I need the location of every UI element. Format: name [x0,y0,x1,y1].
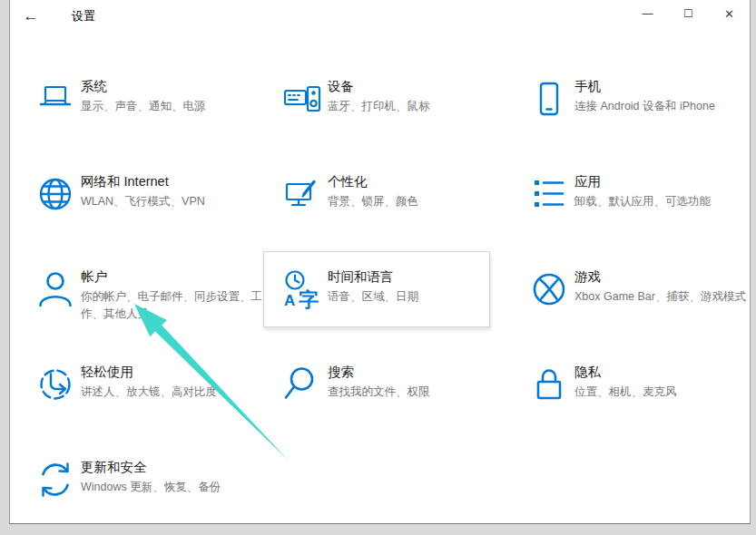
brush-monitor-icon [282,174,322,214]
tile-subtitle: WLAN、飞行模式、VPN [81,193,270,210]
person-icon [35,269,75,309]
tile-subtitle: Xbox Game Bar、捕获、游戏模式 [574,288,756,306]
tile-title: 帐户 [81,268,270,286]
tile-title: 隐私 [574,363,756,381]
tile-subtitle: 位置、相机、麦克风 [574,384,756,401]
lock-icon [529,365,569,404]
tile-title: 手机 [574,77,756,95]
devices-icon [282,79,322,119]
tile-subtitle: 背景、锁屏、颜色 [328,193,516,210]
tile-title: 游戏 [574,268,756,286]
tile-personalization[interactable]: 个性化 背景、锁屏、颜色 [270,161,516,257]
tile-accounts[interactable]: 帐户 你的帐户、电子邮件、同步设置、工作、其他人员 [23,257,270,352]
tile-subtitle: Windows 更新、恢复、备份 [81,479,270,496]
svg-text:字: 字 [299,288,319,309]
tile-subtitle: 卸载、默认应用、可选功能 [574,193,756,210]
window-title: 设置 [72,8,95,24]
tile-title: 轻松使用 [81,363,270,381]
tile-subtitle: 查找我的文件、权限 [328,384,516,401]
maximize-button[interactable]: ☐ [668,0,709,27]
window-controls: — ☐ ✕ [627,0,750,27]
settings-grid: 系统 显示、声音、通知、电源 设备 蓝牙、打印机、鼠标 手机 连接 Androi… [23,66,756,535]
clock-language-icon: A 字 [282,269,322,309]
minimize-button[interactable]: — [627,0,668,27]
back-button[interactable]: ← [10,3,52,30]
ease-of-access-icon [35,365,75,404]
tile-title: 搜索 [328,363,516,381]
tile-devices[interactable]: 设备 蓝牙、打印机、鼠标 [270,66,516,161]
sync-icon [35,460,75,500]
globe-icon [35,174,75,214]
phone-icon [529,79,569,119]
tile-subtitle: 蓝牙、打印机、鼠标 [328,98,516,115]
settings-window: ← 设置 — ☐ ✕ 系统 显示、声音、通知、电源 设备 蓝牙、打印机、鼠标 [9,0,751,524]
tile-title: 网络和 Internet [81,172,270,190]
tile-title: 系统 [81,77,270,95]
tile-title: 应用 [574,172,756,190]
tile-title: 时间和语言 [328,268,489,286]
tile-system[interactable]: 系统 显示、声音、通知、电源 [23,66,270,161]
tile-gaming[interactable]: 游戏 Xbox Game Bar、捕获、游戏模式 [516,257,756,352]
tile-title: 设备 [328,77,516,95]
tile-ease-of-access[interactable]: 轻松使用 讲述人、放大镜、高对比度 [23,352,270,447]
tile-update-security[interactable]: 更新和安全 Windows 更新、恢复、备份 [23,447,270,535]
tile-apps[interactable]: 应用 卸载、默认应用、可选功能 [516,161,756,257]
app-list-icon [529,174,569,214]
tile-search[interactable]: 搜索 查找我的文件、权限 [270,352,516,447]
tile-privacy[interactable]: 隐私 位置、相机、麦克风 [516,352,756,447]
tile-title: 更新和安全 [81,458,270,476]
tile-subtitle: 连接 Android 设备和 iPhone [574,98,756,115]
svg-text:A: A [284,292,295,309]
tile-title: 个性化 [328,172,516,190]
xbox-icon [529,269,569,309]
close-button[interactable]: ✕ [709,0,750,27]
titlebar: ← 设置 — ☐ ✕ [10,0,750,33]
tile-network[interactable]: 网络和 Internet WLAN、飞行模式、VPN [23,161,270,257]
magnifier-icon [282,365,322,404]
tile-subtitle: 讲述人、放大镜、高对比度 [81,384,270,401]
tile-phone[interactable]: 手机 连接 Android 设备和 iPhone [516,66,756,161]
tile-subtitle: 语音、区域、日期 [328,288,489,306]
tile-subtitle: 你的帐户、电子邮件、同步设置、工作、其他人员 [81,288,270,323]
laptop-icon [35,79,75,119]
tile-time-language[interactable]: A 字 时间和语言 语音、区域、日期 [263,251,490,327]
tile-subtitle: 显示、声音、通知、电源 [81,98,270,115]
